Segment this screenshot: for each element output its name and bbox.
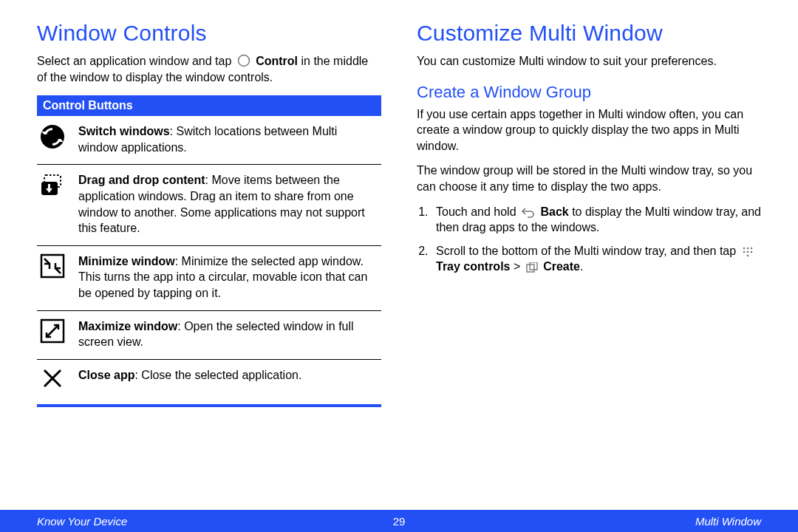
minimize-window-icon xyxy=(38,253,66,282)
cb-bold: Close app xyxy=(78,369,134,381)
step-2: Scroll to the bottom of the Multi window… xyxy=(432,243,761,275)
svg-point-0 xyxy=(238,55,249,66)
svg-line-10 xyxy=(47,325,58,337)
cb-row-switch: Switch windows: Switch locations between… xyxy=(37,116,381,165)
svg-point-13 xyxy=(743,247,745,249)
cb-row-maximize: Maximize window: Open the selected windo… xyxy=(37,311,381,360)
step2-b2: Create xyxy=(543,260,580,273)
intro-text-bold: Control xyxy=(256,55,298,67)
cb-text-maximize: Maximize window: Open the selected windo… xyxy=(78,318,380,350)
svg-point-18 xyxy=(750,250,752,253)
create-group-p2: The window group will be stored in the M… xyxy=(417,163,761,194)
control-circle-icon xyxy=(237,54,250,67)
create-group-subheading: Create a Window Group xyxy=(417,83,761,102)
step2-mid: > xyxy=(514,260,524,273)
cb-bold: Minimize window xyxy=(78,255,175,267)
cb-row-close: Close app: Close the selected applicatio… xyxy=(37,360,381,407)
step1-bold: Back xyxy=(540,205,568,218)
control-buttons-header: Control Buttons xyxy=(37,95,381,116)
svg-rect-21 xyxy=(530,262,537,270)
step-1: Touch and hold Back to display the Multi… xyxy=(432,204,761,236)
step2-pre: Scroll to the bottom of the Multi window… xyxy=(436,245,740,257)
svg-point-19 xyxy=(746,254,748,256)
right-column: Customize Multi Window You can customize… xyxy=(417,21,761,407)
cb-bold: Maximize window xyxy=(78,320,177,332)
step2-b1: Tray controls xyxy=(436,260,510,273)
svg-point-16 xyxy=(743,250,745,253)
intro-text-pre: Select an application window and tap xyxy=(37,55,235,67)
step2-post: . xyxy=(580,260,583,273)
cb-text-close: Close app: Close the selected applicatio… xyxy=(78,367,301,383)
cb-bold: Drag and drop content xyxy=(78,174,205,186)
create-group-p1: If you use certain apps together in Mult… xyxy=(417,106,761,154)
customize-intro: You can customize Multi window to suit y… xyxy=(417,53,761,69)
switch-windows-icon xyxy=(38,123,66,151)
svg-point-17 xyxy=(746,250,748,253)
window-controls-intro: Select an application window and tap Con… xyxy=(37,53,381,85)
footer-right: Multi Window xyxy=(695,515,761,528)
cb-text-dragdrop: Drag and drop content: Move items betwee… xyxy=(78,172,380,236)
window-controls-heading: Window Controls xyxy=(37,21,381,46)
svg-point-14 xyxy=(746,247,748,249)
step1-pre: Touch and hold xyxy=(436,205,519,218)
cb-text-minimize: Minimize window: Minimize the selected a… xyxy=(78,253,380,301)
back-icon xyxy=(522,208,535,218)
two-column-layout: Window Controls Select an application wi… xyxy=(0,0,798,407)
svg-point-15 xyxy=(750,247,752,249)
svg-rect-20 xyxy=(527,265,534,272)
create-icon xyxy=(526,262,538,273)
cb-text-switch: Switch windows: Switch locations between… xyxy=(78,123,380,155)
tray-controls-icon xyxy=(742,247,754,257)
create-group-steps: Touch and hold Back to display the Multi… xyxy=(432,204,761,275)
cb-desc: : Close the selected application. xyxy=(134,369,301,381)
drag-drop-icon xyxy=(38,172,66,200)
left-column: Window Controls Select an application wi… xyxy=(37,21,381,407)
footer-left: Know Your Device xyxy=(37,515,127,528)
cb-row-minimize: Minimize window: Minimize the selected a… xyxy=(37,246,381,311)
page-footer: Know Your Device 29 Multi Window xyxy=(0,510,798,532)
footer-page-number: 29 xyxy=(393,515,406,528)
maximize-window-icon xyxy=(38,318,66,347)
customize-heading: Customize Multi Window xyxy=(417,21,761,46)
close-app-icon xyxy=(38,367,66,395)
cb-bold: Switch windows xyxy=(78,125,170,137)
cb-row-dragdrop: Drag and drop content: Move items betwee… xyxy=(37,165,381,245)
control-buttons-list: Switch windows: Switch locations between… xyxy=(37,116,381,407)
manual-page: Window Controls Select an application wi… xyxy=(0,0,798,532)
